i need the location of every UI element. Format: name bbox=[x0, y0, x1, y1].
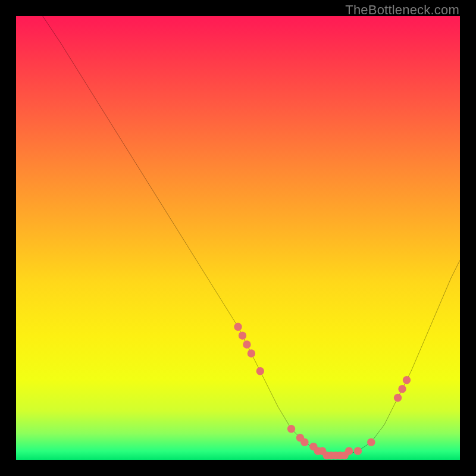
data-point bbox=[394, 394, 402, 402]
data-point bbox=[287, 425, 295, 433]
bottleneck-curve bbox=[43, 16, 460, 456]
data-point bbox=[234, 322, 242, 330]
data-point bbox=[367, 438, 375, 446]
data-point bbox=[256, 367, 264, 375]
data-point bbox=[248, 349, 255, 357]
curve-layer bbox=[16, 16, 460, 460]
plot-area bbox=[16, 16, 460, 460]
curve-data-points bbox=[234, 322, 411, 459]
watermark-text: TheBottleneck.com bbox=[345, 2, 459, 18]
data-point bbox=[243, 340, 250, 348]
data-point bbox=[403, 376, 411, 384]
data-point bbox=[398, 385, 406, 393]
chart-frame: TheBottleneck.com bbox=[0, 0, 476, 476]
data-point bbox=[345, 447, 353, 455]
data-point bbox=[300, 438, 308, 446]
data-point bbox=[354, 447, 362, 455]
data-point bbox=[239, 331, 246, 339]
